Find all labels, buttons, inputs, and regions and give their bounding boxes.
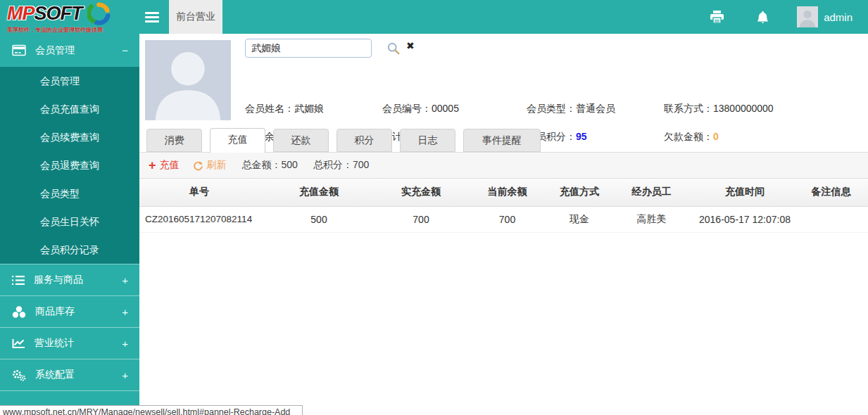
- sidebar-group-label: 商品库存: [35, 305, 75, 318]
- menu-toggle-icon[interactable]: [139, 0, 169, 34]
- sidebar-group-inventory[interactable]: 商品库存 +: [0, 295, 139, 327]
- main-layout: 会员管理 − 会员管理 会员充值查询 会员续费查询 会员退费查询 会员类型 会员…: [0, 34, 868, 415]
- col-pay-method[interactable]: 充值方式: [551, 179, 608, 206]
- tab-points[interactable]: 积分: [336, 129, 392, 152]
- field-label: 会员姓名：: [245, 103, 294, 114]
- field-value: 武媚娘: [294, 103, 324, 114]
- member-search-input[interactable]: [245, 39, 372, 58]
- sidebar-item-points-record[interactable]: 会员积分记录: [0, 236, 139, 264]
- bell-icon[interactable]: [757, 11, 769, 24]
- table-header-row: 单号 充值金额 实充金额 当前余额 充值方式 经办员工 充值时间 备注信息: [139, 179, 868, 206]
- clear-icon[interactable]: ✖: [406, 40, 415, 51]
- content-area: ✖ 会员姓名：武媚娘 会员编号：00005 会员类型：普通会员 联系方式：138…: [139, 34, 868, 415]
- sidebar-submenu: 会员管理 会员充值查询 会员续费查询 会员退费查询 会员类型 会员生日关怀 会员…: [0, 67, 139, 264]
- total-points-value: 700: [353, 159, 369, 170]
- sidebar-group-label: 服务与商品: [34, 274, 83, 286]
- tab-recharge[interactable]: 充值: [210, 128, 265, 153]
- detail-tabs: 消费 充值 还款 积分 日志 事件提醒: [139, 128, 868, 152]
- app-logo[interactable]: MPSOFT 美萍软件，专业的企业管理软件提供商: [0, 0, 139, 34]
- collapse-icon[interactable]: −: [122, 44, 128, 56]
- expand-icon[interactable]: +: [122, 306, 128, 318]
- recharge-toolbar: + 充值 刷新 总金额：500 总积分：700: [139, 152, 868, 179]
- cell-recharge-amount: 500: [259, 206, 379, 232]
- expand-icon[interactable]: +: [122, 369, 128, 381]
- total-amount: 总金额：500: [242, 159, 298, 172]
- field-member-no: 会员编号：00005: [382, 103, 459, 115]
- sidebar-item-refund-query[interactable]: 会员退费查询: [0, 151, 139, 179]
- field-member-type: 会员类型：普通会员: [527, 103, 615, 115]
- sidebar-group-system-config[interactable]: 系统配置 +: [0, 359, 139, 390]
- refresh-label: 刷新: [207, 159, 227, 172]
- col-operator[interactable]: 经办员工: [608, 179, 696, 206]
- tab-event-reminder[interactable]: 事件提醒: [463, 129, 541, 152]
- col-recharge-amount[interactable]: 充值金额: [259, 179, 379, 206]
- tab-consume[interactable]: 消费: [146, 129, 202, 152]
- sidebar-group-label: 系统配置: [35, 369, 75, 381]
- cell-recharge-time: 2016-05-17 12:07:08: [696, 206, 794, 232]
- logo-text-soft: SOFT: [34, 4, 82, 23]
- tab-log[interactable]: 日志: [400, 129, 455, 152]
- cell-current-balance: 700: [463, 206, 551, 232]
- field-value: 普通会员: [576, 103, 615, 114]
- sidebar-group-label: 营业统计: [34, 337, 74, 350]
- add-recharge-label: 充值: [160, 159, 180, 172]
- logo-tagline: 美萍软件，专业的企业管理软件提供商: [7, 26, 139, 34]
- refresh-button[interactable]: 刷新: [193, 159, 227, 172]
- logo-text-mp: MP: [7, 4, 34, 23]
- expand-icon[interactable]: +: [122, 338, 128, 350]
- status-url-tooltip: www.mpsoft.net.cn/MRY/Manage/newsell/sel…: [0, 405, 303, 415]
- refresh-icon: [193, 160, 203, 171]
- field-value: 00005: [432, 103, 459, 114]
- sidebar-item-member-type[interactable]: 会员类型: [0, 179, 139, 208]
- field-value: 13800000000: [713, 103, 774, 114]
- recharge-table: 单号 充值金额 实充金额 当前余额 充值方式 经办员工 充值时间 备注信息 CZ…: [139, 179, 868, 233]
- field-label: 会员类型：: [527, 103, 576, 114]
- sidebar-item-member-mgmt[interactable]: 会员管理: [0, 67, 139, 95]
- col-remark[interactable]: 备注信息: [794, 179, 868, 206]
- tab-repayment[interactable]: 还款: [273, 129, 329, 152]
- total-amount-label: 总金额：: [242, 159, 282, 170]
- member-photo[interactable]: [145, 40, 231, 120]
- sidebar-item-renewal-query[interactable]: 会员续费查询: [0, 123, 139, 151]
- sidebar-group-business-stats[interactable]: 营业统计 +: [0, 327, 139, 359]
- sidebar: 会员管理 − 会员管理 会员充值查询 会员续费查询 会员退费查询 会员类型 会员…: [0, 34, 139, 415]
- topbar-right: admin: [677, 0, 868, 34]
- chart-line-icon: [12, 338, 25, 349]
- field-contact: 联系方式：13800000000: [664, 103, 774, 115]
- username-label[interactable]: admin: [824, 11, 853, 23]
- field-label: 联系方式：: [664, 103, 713, 114]
- sidebar-group-label: 会员管理: [35, 44, 75, 57]
- tab-front-desk[interactable]: 前台营业: [169, 0, 222, 34]
- sidebar-group-services-goods[interactable]: 服务与商品 +: [0, 264, 139, 295]
- cell-pay-method: 现金: [551, 206, 608, 232]
- printer-icon[interactable]: [710, 11, 724, 24]
- cell-actual-amount: 700: [379, 206, 463, 232]
- field-member-name: 会员姓名：武媚娘: [245, 103, 324, 115]
- total-points: 总积分：700: [313, 159, 369, 172]
- table-row[interactable]: CZ201605171207082114 500 700 700 现金 高胜美 …: [139, 206, 868, 232]
- total-amount-value: 500: [282, 159, 298, 170]
- field-label: 会员编号：: [382, 103, 432, 114]
- col-current-balance[interactable]: 当前余额: [463, 179, 551, 206]
- total-points-label: 总积分：: [313, 159, 353, 170]
- expand-icon[interactable]: +: [122, 274, 128, 286]
- user-avatar[interactable]: [797, 6, 818, 27]
- cell-operator: 高胜美: [608, 206, 696, 232]
- member-info-panel: ✖ 会员姓名：武媚娘 会员编号：00005 会员类型：普通会员 联系方式：138…: [139, 34, 868, 128]
- logo-wordmark: MPSOFT: [7, 2, 139, 25]
- cell-order-no: CZ201605171207082114: [139, 206, 259, 232]
- topbar: MPSOFT 美萍软件，专业的企业管理软件提供商 前台营业: [0, 0, 868, 34]
- sidebar-group-member-mgmt[interactable]: 会员管理 −: [0, 34, 139, 67]
- cell-remark: [794, 206, 868, 232]
- plus-icon: +: [149, 159, 156, 172]
- sidebar-item-recharge-query[interactable]: 会员充值查询: [0, 95, 139, 123]
- col-actual-amount[interactable]: 实充金额: [379, 179, 463, 206]
- sidebar-item-birthday-care[interactable]: 会员生日关怀: [0, 208, 139, 236]
- col-recharge-time[interactable]: 充值时间: [696, 179, 794, 206]
- member-card-icon: [12, 44, 26, 56]
- cubes-icon: [12, 306, 26, 318]
- search-icon[interactable]: [387, 42, 400, 58]
- col-order-no[interactable]: 单号: [139, 179, 259, 206]
- logo-swirl-icon: [87, 2, 111, 25]
- add-recharge-button[interactable]: + 充值: [149, 159, 180, 172]
